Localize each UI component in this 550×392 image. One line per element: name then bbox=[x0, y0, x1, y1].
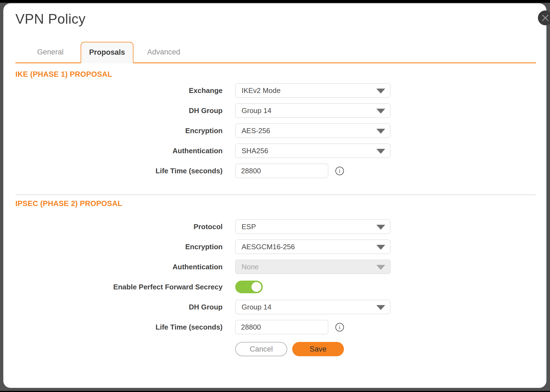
cancel-button[interactable]: Cancel bbox=[235, 342, 287, 356]
field-row-exchange: Exchange IKEv2 Mode bbox=[15, 83, 536, 98]
protocol-label: Protocol bbox=[15, 223, 223, 231]
encryption-select-p2[interactable]: AESGCM16-256 bbox=[235, 240, 390, 254]
caret-down-icon bbox=[376, 109, 385, 114]
section-divider bbox=[15, 194, 536, 195]
caret-down-icon bbox=[376, 245, 385, 250]
dh-group-select-value: Group 14 bbox=[242, 106, 271, 115]
dialog-actions: Cancel Save bbox=[235, 342, 536, 356]
encryption-label: Encryption bbox=[15, 243, 223, 251]
life-time-label: Life Time (seconds) bbox=[15, 167, 223, 175]
dh-group-label: DH Group bbox=[15, 303, 223, 311]
close-icon bbox=[542, 14, 549, 21]
encryption-select-value: AES-256 bbox=[242, 127, 270, 135]
field-row-authentication-p2: Authentication None bbox=[15, 260, 536, 274]
life-time-label: Life Time (seconds) bbox=[15, 323, 223, 331]
field-row-authentication-p1: Authentication SHA256 bbox=[15, 144, 536, 158]
page-title: VPN Policy bbox=[15, 11, 536, 27]
dh-group-label: DH Group bbox=[15, 106, 223, 115]
section-title-ipsec-phase2: IPSEC (PHASE 2) PROPOSAL bbox=[15, 199, 536, 208]
exchange-select[interactable]: IKEv2 Mode bbox=[235, 83, 390, 98]
info-icon[interactable]: i bbox=[335, 323, 344, 331]
encryption-select-value: AESGCM16-256 bbox=[242, 243, 295, 251]
toggle-knob bbox=[251, 282, 261, 292]
dh-group-select-p2[interactable]: Group 14 bbox=[235, 300, 390, 314]
caret-down-icon bbox=[376, 305, 385, 310]
life-time-input-p1[interactable] bbox=[235, 164, 328, 178]
authentication-select-p2-disabled: None bbox=[235, 260, 390, 274]
tab-general[interactable]: General bbox=[24, 42, 77, 62]
authentication-label: Authentication bbox=[15, 147, 223, 155]
dh-group-select-value: Group 14 bbox=[242, 303, 271, 311]
field-row-life-time-p2: Life Time (seconds) i bbox=[15, 320, 536, 334]
authentication-label: Authentication bbox=[15, 263, 223, 271]
caret-down-icon bbox=[376, 89, 385, 94]
field-row-protocol: Protocol ESP bbox=[15, 220, 536, 234]
field-row-life-time-p1: Life Time (seconds) i bbox=[15, 164, 536, 178]
pfs-toggle[interactable] bbox=[235, 281, 263, 293]
exchange-label: Exchange bbox=[15, 86, 223, 95]
encryption-label: Encryption bbox=[15, 127, 223, 135]
caret-down-icon bbox=[376, 265, 385, 270]
dh-group-select-p1[interactable]: Group 14 bbox=[235, 103, 390, 118]
section-title-ike-phase1: IKE (PHASE 1) PROPOSAL bbox=[15, 70, 536, 79]
field-row-encryption-p1: Encryption AES-256 bbox=[15, 124, 536, 138]
field-row-pfs: Enable Perfect Forward Secrecy bbox=[15, 280, 536, 294]
protocol-select-value: ESP bbox=[242, 223, 256, 231]
authentication-select-value: None bbox=[242, 263, 259, 271]
field-row-encryption-p2: Encryption AESGCM16-256 bbox=[15, 240, 536, 254]
exchange-select-value: IKEv2 Mode bbox=[242, 86, 281, 95]
authentication-select-value: SHA256 bbox=[242, 147, 268, 155]
caret-down-icon bbox=[376, 149, 385, 154]
field-row-dh-group-p2: DH Group Group 14 bbox=[15, 300, 536, 314]
info-icon[interactable]: i bbox=[335, 167, 344, 175]
authentication-select-p1[interactable]: SHA256 bbox=[235, 144, 390, 158]
pfs-label: Enable Perfect Forward Secrecy bbox=[15, 283, 223, 291]
protocol-select[interactable]: ESP bbox=[235, 220, 390, 234]
encryption-select-p1[interactable]: AES-256 bbox=[235, 124, 390, 138]
caret-down-icon bbox=[376, 225, 385, 230]
field-row-dh-group-p1: DH Group Group 14 bbox=[15, 103, 536, 118]
caret-down-icon bbox=[376, 129, 385, 134]
tab-bar: General Proposals Advanced bbox=[15, 42, 536, 63]
life-time-input-p2[interactable] bbox=[235, 320, 328, 334]
save-button[interactable]: Save bbox=[292, 342, 344, 356]
vpn-policy-dialog: VPN Policy General Proposals Advanced IK… bbox=[3, 3, 546, 388]
tab-proposals[interactable]: Proposals bbox=[81, 42, 133, 63]
tab-advanced[interactable]: Advanced bbox=[137, 42, 190, 62]
